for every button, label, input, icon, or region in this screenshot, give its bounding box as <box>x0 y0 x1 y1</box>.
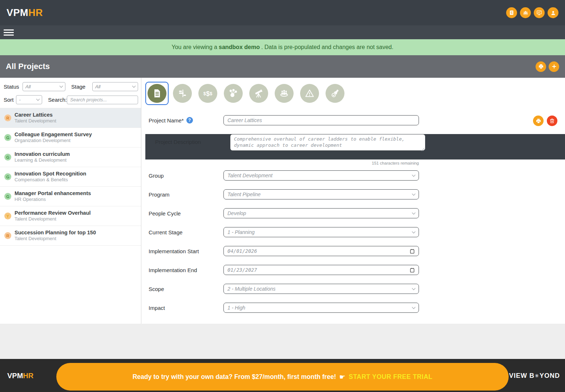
people-cycle-select[interactable]: Develop <box>223 208 419 218</box>
project-name: Innovation Spot Recognition <box>15 171 86 177</box>
project-list-item[interactable]: Y Performance Review Overhaul Talent Dev… <box>0 206 141 226</box>
chevron-down-icon <box>412 192 416 195</box>
calendar-icon[interactable] <box>409 248 415 254</box>
project-list-item[interactable]: G Colleague Engagement Survey Organizati… <box>0 128 141 147</box>
program-select[interactable]: Talent Pipeline <box>223 189 419 199</box>
chevron-down-icon <box>132 84 136 88</box>
project-name-input[interactable] <box>223 115 419 125</box>
group-select-value: Talent Development <box>227 173 410 178</box>
implementation-end-label: Implementation End <box>145 267 223 273</box>
project-category: Organization Development <box>15 138 92 144</box>
project-form: Project Name* ? Project Description Comp… <box>145 115 565 313</box>
notes-icon[interactable] <box>506 7 517 18</box>
status-select[interactable]: All <box>23 82 65 91</box>
starburst-icon: ✳ <box>535 373 539 378</box>
user-icon[interactable] <box>548 7 558 18</box>
group-select[interactable]: Talent Development <box>223 170 419 181</box>
tab-risks[interactable] <box>298 82 321 105</box>
search-label: Search: <box>48 97 67 103</box>
form-row-implementation-start: Implementation Start 04/01/2026 <box>145 246 565 256</box>
status-badge: Y <box>4 213 11 219</box>
form-row-current-stage: Current Stage 1 - Planning <box>145 227 565 237</box>
view-beyond-logo: VIEW B✳YOND <box>509 372 560 379</box>
tab-telescope[interactable] <box>247 82 270 105</box>
add-project-button[interactable] <box>549 61 559 72</box>
project-list: R Career Lattices Talent Development G C… <box>0 108 141 246</box>
project-name: Innovation curriculum <box>15 151 70 157</box>
people-cycle-select-value: Develop <box>227 210 410 216</box>
page-title: All Projects <box>6 62 50 71</box>
form-row-implementation-end: Implementation End 01/23/2027 <box>145 265 565 275</box>
form-row-project-name: Project Name* ? <box>145 115 565 125</box>
chevron-down-icon <box>36 97 40 101</box>
stage-select[interactable]: All <box>92 82 138 91</box>
chevron-down-icon <box>60 84 63 88</box>
vpmhr-logo: VPMHR <box>7 7 43 19</box>
status-badge: G <box>4 193 11 200</box>
project-description-textarea[interactable]: Comprehensive overhaul of career ladders… <box>230 134 425 151</box>
form-row-group: Group Talent Development <box>145 170 565 181</box>
status-badge: R <box>4 114 11 121</box>
logo-hr: HR <box>28 7 43 18</box>
tab-gantt[interactable] <box>171 82 194 105</box>
tab-budget[interactable]: $$$ <box>196 82 219 105</box>
current-stage-label: Current Stage <box>145 229 223 235</box>
sort-label: Sort <box>4 97 14 103</box>
form-row-program: Program Talent Pipeline <box>145 189 565 199</box>
project-list-item[interactable]: R Succession Planning for top 150 Talent… <box>0 226 141 246</box>
search-input[interactable] <box>67 96 138 104</box>
status-label: Status <box>4 84 23 90</box>
impact-label: Impact <box>145 305 223 311</box>
bottom-spacer <box>0 324 565 359</box>
implementation-end-value: 01/23/2027 <box>227 267 409 273</box>
tab-details[interactable] <box>145 82 169 105</box>
help-icon[interactable]: ? <box>186 117 193 124</box>
characters-remaining: 151 characters remaining <box>223 161 419 165</box>
implementation-start-date-input[interactable]: 04/01/2026 <box>223 246 419 256</box>
project-name: Succession Planning for top 150 <box>15 230 96 236</box>
hamburger-menu-icon[interactable] <box>4 28 14 37</box>
group-icon[interactable] <box>520 7 531 18</box>
char-counter-row: 151 characters remaining <box>145 161 565 165</box>
svg-text:$: $ <box>206 90 210 97</box>
project-list-item[interactable]: G Innovation curriculum Learning & Devel… <box>0 147 141 167</box>
form-row-description: Project Description Comprehensive overha… <box>145 134 565 159</box>
current-stage-select-value: 1 - Planning <box>227 229 410 235</box>
scope-select[interactable]: 2 - Multiple Locations <box>223 284 419 294</box>
project-list-item[interactable]: R Career Lattices Talent Development <box>0 108 141 128</box>
project-category: Learning & Development <box>15 157 70 163</box>
tab-approvals[interactable] <box>323 82 347 105</box>
presentation-icon[interactable] <box>534 7 545 18</box>
print-list-button[interactable] <box>536 61 546 72</box>
print-record-button[interactable] <box>533 116 544 126</box>
free-trial-banner[interactable]: Ready to try with your own data? From $2… <box>56 363 509 391</box>
page-bar: All Projects <box>0 55 565 78</box>
project-list-item[interactable]: G Manager Portal enhancements HR Operati… <box>0 187 141 206</box>
sandbox-banner: You are viewing a sandbox demo. Data is … <box>0 39 565 55</box>
current-stage-select[interactable]: 1 - Planning <box>223 227 419 237</box>
project-category: HR Operations <box>15 197 91 202</box>
scope-label: Scope <box>145 286 223 292</box>
implementation-end-date-input[interactable]: 01/23/2027 <box>223 265 419 275</box>
project-name: Colleague Engagement Survey <box>15 132 92 138</box>
project-description-label: Project Description <box>152 139 230 145</box>
banner-text-bold: sandbox demo <box>219 44 260 50</box>
svg-text:$: $ <box>203 91 206 96</box>
tab-team[interactable] <box>273 82 296 105</box>
calendar-icon[interactable] <box>409 267 415 273</box>
footer: VPMHR Ready to try with your own data? F… <box>0 359 565 392</box>
impact-select[interactable]: 1 - High <box>223 303 419 313</box>
status-select-value: All <box>25 84 58 89</box>
delete-record-button[interactable] <box>547 116 557 126</box>
chevron-down-icon <box>412 173 416 177</box>
chevron-down-icon <box>412 305 416 309</box>
start-free-trial-link[interactable]: START YOUR FREE TRIAL <box>349 373 433 381</box>
program-select-value: Talent Pipeline <box>227 191 410 197</box>
tab-network[interactable] <box>222 82 245 105</box>
chevron-down-icon <box>412 211 416 214</box>
sort-select[interactable]: - <box>16 95 42 104</box>
project-category: Talent Development <box>15 118 56 124</box>
project-list-item[interactable]: G Innovation Spot Recognition Compensati… <box>0 167 141 187</box>
implementation-start-value: 04/01/2026 <box>227 248 409 254</box>
detail-tabs: $$$ <box>145 82 565 105</box>
